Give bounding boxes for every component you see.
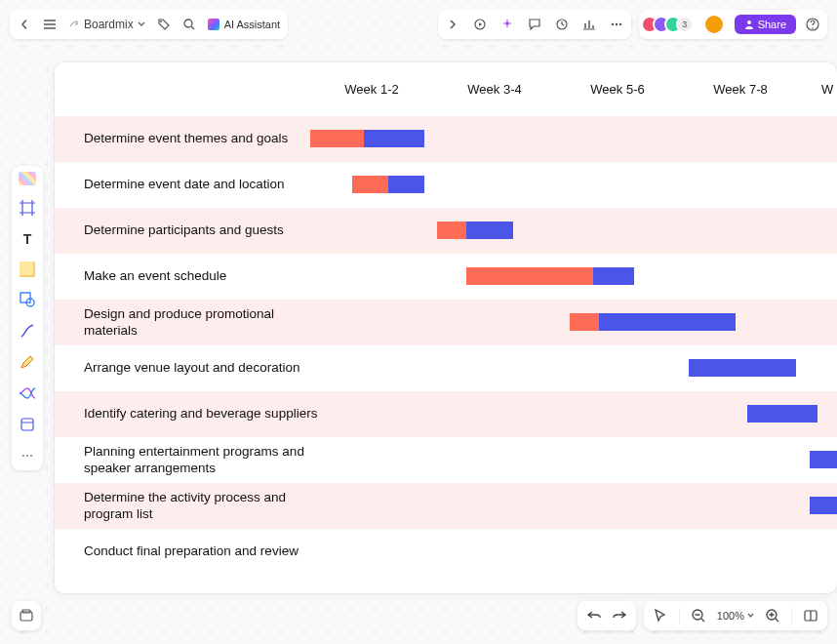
gantt-row-label: Design and produce promotional materials	[84, 306, 318, 340]
zoom-level-text: 100%	[717, 610, 744, 622]
gantt-row-label: Arrange venue layout and decoration	[84, 360, 318, 377]
topbar-collab-group: 3 Share	[639, 10, 827, 39]
gantt-row: Determine participants and guests	[55, 208, 837, 254]
gantt-row: Design and produce promotional materials	[55, 300, 837, 345]
svg-point-7	[747, 20, 751, 24]
current-user-avatar[interactable]	[703, 14, 725, 35]
zoom-in-icon[interactable]	[766, 609, 779, 623]
share-button-label: Share	[758, 19, 786, 30]
avatar-overflow-count: 3	[676, 16, 694, 33]
layers-panel-toggle[interactable]	[12, 601, 41, 630]
topbar-tools-group	[438, 10, 631, 39]
tag-icon[interactable]	[157, 18, 171, 31]
gantt-column-header: W	[821, 82, 833, 97]
pointer-icon[interactable]	[654, 609, 667, 623]
search-icon[interactable]	[182, 18, 196, 31]
frame-tool[interactable]	[19, 199, 36, 217]
gantt-bar-segment-remaining	[810, 451, 837, 468]
board-name-text: Boardmix	[84, 18, 134, 31]
collaborator-avatars[interactable]: 3	[647, 16, 694, 33]
comment-icon[interactable]	[528, 18, 541, 31]
gantt-row: Conduct final preparation and review	[55, 529, 837, 575]
svg-point-5	[615, 23, 617, 25]
mindmap-tool[interactable]	[19, 384, 36, 402]
gantt-row-label: Planning entertainment programs and spea…	[84, 444, 318, 477]
gantt-row: Planning entertainment programs and spea…	[55, 437, 837, 483]
gantt-row-label: Determine event date and location	[84, 177, 318, 193]
gantt-row: Arrange venue layout and decoration	[55, 345, 837, 391]
chevron-down-icon	[138, 20, 145, 28]
view-controls-group: 100%	[644, 601, 827, 630]
gantt-row-label: Determine participants and guests	[84, 222, 318, 239]
board-name-dropdown[interactable]: Boardmix	[68, 18, 145, 31]
gantt-bar-segment-progress	[466, 267, 593, 285]
more-icon[interactable]	[610, 18, 623, 31]
chevron-right-icon[interactable]	[446, 18, 459, 31]
svg-point-14	[26, 455, 28, 457]
gantt-bar[interactable]	[810, 451, 837, 468]
zoom-level[interactable]: 100%	[717, 610, 754, 622]
ai-logo-icon	[208, 19, 219, 30]
gantt-bar-segment-progress	[570, 313, 599, 331]
zoom-out-icon[interactable]	[692, 609, 705, 623]
gantt-bar[interactable]	[437, 221, 513, 239]
gantt-bar[interactable]	[310, 130, 424, 147]
gantt-bar-segment-progress	[437, 221, 466, 239]
gantt-bar-segment-remaining	[599, 313, 736, 331]
gantt-bar-segment-remaining	[364, 130, 424, 147]
gantt-bar[interactable]	[747, 405, 817, 423]
chart-icon[interactable]	[582, 18, 596, 31]
widget-tool[interactable]	[19, 416, 36, 433]
gantt-bar[interactable]	[810, 497, 837, 514]
svg-point-13	[22, 455, 24, 457]
redo-icon[interactable]	[613, 609, 626, 623]
gantt-column-header: Week 7-8	[679, 82, 802, 97]
gantt-bar-segment-remaining	[466, 221, 513, 239]
gantt-row-label: Conduct final preparation and review	[84, 543, 318, 560]
ai-assistant-button[interactable]: AI Assistant	[208, 19, 280, 30]
gantt-bar-segment-remaining	[593, 267, 634, 285]
play-icon[interactable]	[473, 18, 487, 31]
gantt-bar-segment-progress	[310, 130, 364, 147]
gantt-column-header: Week 5-6	[556, 82, 679, 97]
gantt-row-label: Identify catering and beverage suppliers	[84, 406, 318, 423]
gantt-row-label: Make an event schedule	[84, 268, 318, 285]
connector-tool[interactable]	[19, 322, 36, 340]
undo-icon[interactable]	[587, 609, 601, 623]
ai-assistant-label: AI Assistant	[224, 19, 280, 30]
templates-tool[interactable]	[19, 172, 36, 185]
gantt-row: Determine event themes and goals	[55, 116, 837, 162]
svg-point-15	[30, 455, 32, 457]
history-icon[interactable]	[555, 18, 569, 31]
svg-point-9	[812, 27, 814, 29]
gantt-chart-card[interactable]: Week 1-2Week 3-4Week 5-6Week 7-8WDetermi…	[55, 62, 837, 593]
gantt-bar[interactable]	[466, 267, 634, 285]
gantt-row-label: Determine the activity process and progr…	[84, 490, 318, 523]
sparkle-icon[interactable]	[500, 18, 514, 31]
menu-icon[interactable]	[43, 18, 57, 31]
topbar-left-group: Boardmix AI Assistant	[10, 10, 288, 39]
gantt-row: Determine the activity process and progr…	[55, 483, 837, 529]
gantt-bar[interactable]	[689, 359, 796, 377]
minimap-icon[interactable]	[804, 609, 817, 623]
share-button[interactable]: Share	[735, 15, 796, 34]
undo-redo-group	[578, 601, 636, 630]
help-icon[interactable]	[806, 18, 819, 31]
gantt-bar-segment-remaining	[747, 405, 817, 423]
shape-tool[interactable]	[19, 291, 36, 308]
gantt-bar-segment-progress	[352, 176, 388, 193]
sticky-note-tool[interactable]	[20, 262, 35, 277]
bottom-right-toolbar: 100%	[578, 601, 827, 630]
gantt-bar-segment-remaining	[388, 176, 424, 193]
text-tool[interactable]: T	[19, 230, 36, 248]
svg-point-0	[160, 20, 162, 22]
gantt-bar[interactable]	[352, 176, 424, 193]
more-tools-icon[interactable]	[19, 447, 36, 464]
gantt-row: Make an event schedule	[55, 254, 837, 300]
gantt-row: Determine event date and location	[55, 162, 837, 208]
topbar: Boardmix AI Assistant 3	[10, 10, 827, 39]
gantt-column-header: Week 3-4	[433, 82, 556, 97]
gantt-bar[interactable]	[570, 313, 736, 331]
back-icon[interactable]	[18, 18, 31, 31]
pen-tool[interactable]	[19, 353, 36, 371]
